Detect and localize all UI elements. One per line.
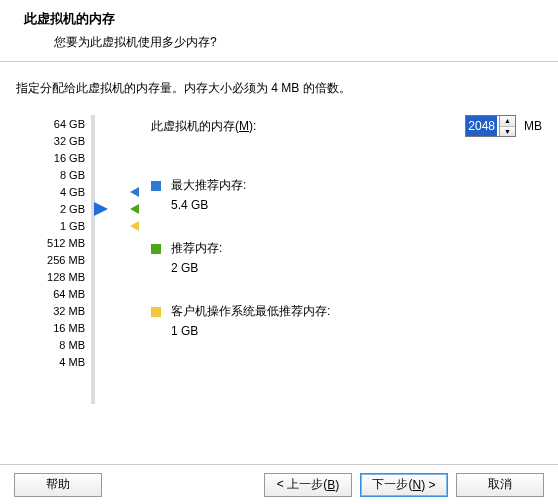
- memory-unit: MB: [524, 119, 542, 133]
- scale-label: 32 MB: [16, 302, 91, 319]
- scale-label: 4 MB: [16, 353, 91, 370]
- scale-label: 64 GB: [16, 115, 91, 132]
- back-button[interactable]: < 上一步(B): [264, 473, 352, 497]
- legend-min-label: 客户机操作系统最低推荐内存:: [171, 303, 330, 320]
- page-title: 此虚拟机的内存: [24, 10, 558, 28]
- memory-value-selected[interactable]: 2048: [466, 116, 497, 136]
- help-button[interactable]: 帮助: [14, 473, 102, 497]
- scale-label: 32 GB: [16, 132, 91, 149]
- scale-label: 256 MB: [16, 251, 91, 268]
- page-subtitle: 您要为此虚拟机使用多少内存?: [24, 34, 558, 51]
- legend-rec-label: 推荐内存:: [171, 240, 222, 257]
- legend-max-value: 5.4 GB: [151, 198, 542, 212]
- scale-label: 2 GB: [16, 200, 91, 217]
- scale-label: 128 MB: [16, 268, 91, 285]
- legend-min-value: 1 GB: [151, 324, 542, 338]
- legend-square-min: [151, 307, 161, 317]
- next-button[interactable]: 下一步(N) >: [360, 473, 448, 497]
- cancel-button[interactable]: 取消: [456, 473, 544, 497]
- scale-label: 512 MB: [16, 234, 91, 251]
- scale-label: 8 MB: [16, 336, 91, 353]
- scale-label: 64 MB: [16, 285, 91, 302]
- legend-rec-value: 2 GB: [151, 261, 542, 275]
- legend-square-rec: [151, 244, 161, 254]
- legend-square-max: [151, 181, 161, 191]
- scale-label: 1 GB: [16, 217, 91, 234]
- description-text: 指定分配给此虚拟机的内存量。内存大小必须为 4 MB 的倍数。: [16, 80, 542, 97]
- scale-label: 16 MB: [16, 319, 91, 336]
- memory-input-label: 此虚拟机的内存(M):: [151, 118, 256, 135]
- scale-label: 8 GB: [16, 166, 91, 183]
- spin-down-button[interactable]: ▼: [500, 127, 515, 137]
- scale-label: 16 GB: [16, 149, 91, 166]
- memory-scale[interactable]: 64 GB32 GB16 GB8 GB4 GB2 GB1 GB512 MB256…: [16, 115, 91, 370]
- spin-up-button[interactable]: ▲: [500, 116, 515, 127]
- memory-spinbox[interactable]: 2048 ▲ ▼: [465, 115, 516, 137]
- legend-max-label: 最大推荐内存:: [171, 177, 246, 194]
- scale-label: 4 GB: [16, 183, 91, 200]
